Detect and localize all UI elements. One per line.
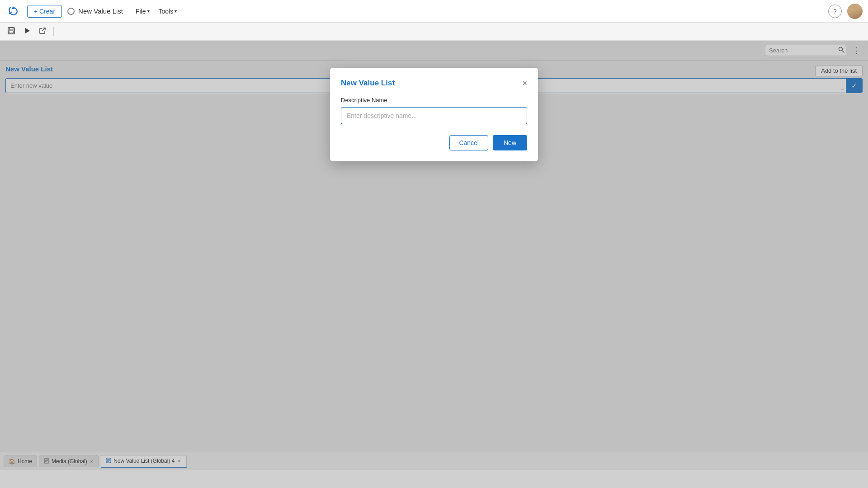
nav-menu: File ▾ Tools ▾: [132, 6, 180, 17]
file-menu-chevron: ▾: [147, 9, 150, 14]
modal-field-label: Descriptive Name: [341, 97, 527, 103]
help-icon: ?: [833, 8, 837, 15]
doc-icon-circle: [67, 8, 75, 15]
modal-dialog: New Value List × Descriptive Name Cancel…: [330, 68, 538, 161]
svg-rect-2: [9, 31, 14, 33]
modal-cancel-button[interactable]: Cancel: [449, 135, 488, 150]
tools-menu-item[interactable]: Tools ▾: [155, 6, 181, 17]
modal-descriptive-name-input[interactable]: [341, 107, 527, 124]
modal-new-label: New: [504, 139, 516, 146]
app-logo[interactable]: [5, 3, 22, 19]
navbar-right: ?: [828, 4, 863, 19]
modal-new-button[interactable]: New: [493, 135, 527, 150]
user-avatar[interactable]: [847, 4, 863, 19]
modal-actions: Cancel New: [341, 135, 527, 150]
run-icon: [24, 27, 31, 36]
save-icon: [7, 27, 15, 37]
create-button[interactable]: + Crear: [27, 5, 62, 18]
modal-overlay: New Value List × Descriptive Name Cancel…: [0, 41, 868, 470]
toolbar-divider: [53, 27, 54, 36]
svg-marker-3: [25, 28, 30, 33]
export-icon: [39, 27, 46, 36]
doc-title-area: New Value List: [67, 7, 123, 15]
avatar-face: [847, 4, 863, 19]
modal-close-icon: ×: [522, 79, 527, 88]
navbar: + Crear New Value List File ▾ Tools ▾ ?: [0, 0, 868, 23]
modal-header: New Value List ×: [341, 79, 527, 88]
tools-menu-label: Tools: [159, 8, 174, 15]
export-button[interactable]: [36, 25, 49, 38]
modal-cancel-label: Cancel: [459, 139, 479, 146]
tools-menu-chevron: ▾: [175, 9, 177, 14]
create-button-label: + Crear: [34, 8, 55, 15]
modal-title: New Value List: [341, 79, 395, 88]
file-menu-item[interactable]: File ▾: [132, 6, 153, 17]
run-button[interactable]: [21, 25, 33, 38]
help-button[interactable]: ?: [828, 5, 842, 18]
toolbar: [0, 23, 868, 41]
save-button[interactable]: [5, 25, 18, 38]
main-content: ⋮ New Value List Add to the list ⌟ ✓: [0, 41, 868, 470]
file-menu-label: File: [136, 8, 146, 15]
doc-title: New Value List: [78, 7, 123, 15]
modal-close-button[interactable]: ×: [522, 79, 527, 87]
